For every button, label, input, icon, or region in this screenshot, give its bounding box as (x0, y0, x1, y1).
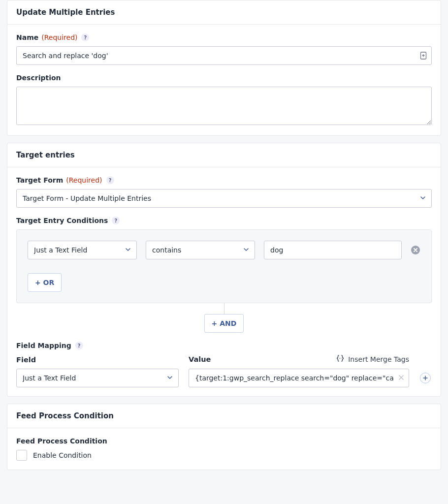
field-mapping-block: Field Mapping ? Field Value (16, 342, 432, 387)
name-input[interactable] (16, 46, 432, 65)
conditions-label: Target Entry Conditions (16, 217, 108, 224)
description-textarea[interactable] (16, 87, 432, 125)
mapping-field-header: Field (16, 356, 179, 364)
target-form-label: Target Form (16, 176, 63, 184)
field-target-form-block: Target Form (Required) ? Target Form - U… (16, 176, 432, 208)
feed-condition-label: Feed Process Condition (16, 437, 107, 445)
add-mapping-button[interactable] (420, 373, 431, 383)
condition-field-select[interactable]: Just a Text Field (28, 241, 137, 259)
svg-point-3 (341, 358, 341, 358)
field-mapping-label: Field Mapping (16, 342, 71, 349)
and-connector: + AND (16, 303, 432, 333)
panel-target-entries: Target entries Target Form (Required) ? … (7, 143, 441, 397)
mapping-field-select[interactable]: Just a Text Field (16, 369, 179, 387)
remove-condition-icon[interactable] (411, 245, 420, 255)
mapping-value-header: Value (189, 355, 211, 363)
panel-header-update: Update Multiple Entries (7, 0, 441, 25)
target-form-required: (Required) (66, 176, 102, 184)
enable-condition-checkbox[interactable] (16, 450, 27, 461)
insert-merge-tags[interactable]: Insert Merge Tags (336, 354, 409, 364)
help-icon[interactable]: ? (112, 217, 120, 224)
svg-point-2 (339, 358, 340, 358)
name-label: Name (16, 33, 38, 41)
add-and-button[interactable]: + AND (204, 314, 244, 333)
field-conditions-block: Target Entry Conditions ? Just a Text Fi… (16, 217, 432, 333)
help-icon[interactable]: ? (81, 33, 89, 41)
condition-row: Just a Text Field contains (28, 241, 420, 259)
enable-condition-label: Enable Condition (33, 451, 92, 459)
help-icon[interactable]: ? (75, 342, 83, 349)
clear-icon[interactable] (398, 374, 404, 382)
connector-line (224, 303, 224, 314)
description-label: Description (16, 74, 61, 82)
condition-value-input[interactable] (264, 241, 402, 259)
panel-update-multiple: Update Multiple Entries Name (Required) … (7, 0, 441, 136)
panel-feed-condition: Feed Process Condition Feed Process Cond… (7, 404, 441, 470)
condition-operator-select[interactable]: contains (146, 241, 255, 259)
merge-tags-icon (336, 354, 345, 364)
field-description-block: Description (16, 74, 432, 126)
mapping-value-input[interactable] (189, 369, 409, 387)
form-field-icon (420, 52, 427, 60)
panel-header-target: Target entries (7, 143, 441, 167)
target-form-select[interactable]: Target Form - Update Multiple Entries (16, 189, 432, 208)
name-required: (Required) (41, 33, 77, 41)
conditions-group: Just a Text Field contains (16, 229, 432, 303)
add-or-button[interactable]: + OR (28, 273, 62, 292)
field-name-block: Name (Required) ? (16, 33, 432, 65)
panel-header-feed: Feed Process Condition (7, 404, 441, 428)
merge-tags-label: Insert Merge Tags (348, 355, 409, 363)
help-icon[interactable]: ? (106, 176, 114, 184)
